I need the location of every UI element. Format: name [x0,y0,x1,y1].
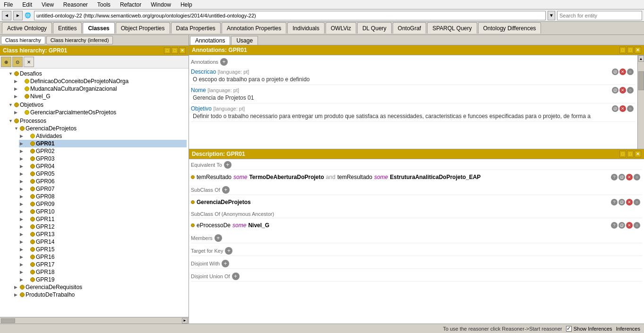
equiv-add-button[interactable]: + [224,161,232,169]
tab-annotations[interactable]: Annotations [190,36,230,45]
hscroll-right[interactable]: ► [182,318,188,324]
anno-x-objetivo[interactable]: ✕ [619,105,626,112]
tree-row-mudanca[interactable]: ▶ MudancaNaCulturaOrganizacional [13,85,187,93]
tree-row-atividades[interactable]: ▶ Atividades [19,132,187,140]
tree-row-gpr15[interactable]: ▶GPR15 [19,246,187,253]
search-input[interactable] [557,11,642,20]
tree-row-produto[interactable]: ▶ ProdutoDeTrabalho [13,291,187,299]
anno-at-nome[interactable]: @ [612,87,618,94]
url-input[interactable] [34,11,546,20]
anno-scroll-thumb[interactable] [638,71,644,90]
tab-ontology-differences[interactable]: Ontology Differences [478,22,541,34]
tree-row-gerencia-projetos[interactable]: ▼ GerenciaDeProjetos [13,125,187,132]
tree-row-gpr16[interactable]: ▶GPR16 [19,253,187,261]
anon-q-btn[interactable]: ? [611,222,618,229]
anno-check-nome[interactable]: ○ [627,87,634,94]
tab-usage[interactable]: Usage [231,36,258,45]
anno-scroll-up[interactable]: ▲ [638,55,644,62]
desc-header-icon-2[interactable]: □ [627,151,634,157]
anon-check-btn[interactable]: ○ [634,222,640,229]
tree-row-gpr07[interactable]: ▶GPR07 [19,185,187,193]
tab-active-ontology[interactable]: Active Ontology [2,22,52,34]
tree-row-gpr11[interactable]: ▶GPR11 [19,215,187,223]
menu-help[interactable]: Help [179,1,194,8]
tab-owlviz[interactable]: OWLViz [326,22,356,34]
subclass-add-button[interactable]: + [222,186,230,194]
menu-file[interactable]: File [2,1,15,8]
tree-row-gpr19[interactable]: ▶GPR19 [19,276,187,283]
tree-row-objetivos[interactable]: ▼ Objetivos [8,101,187,109]
tree-row-gpr02[interactable]: ▶ GPR02 [19,147,187,155]
header-icon-2[interactable]: □ [172,47,178,54]
tab-data-properties[interactable]: Data Properties [171,22,221,34]
url-dropdown[interactable]: ▼ [548,11,555,20]
tree-row-gpr13[interactable]: ▶GPR13 [19,231,187,238]
menu-reasoner[interactable]: Reasoner [61,1,90,8]
tree-row-gerencia-requisitos[interactable]: ▶ GerenciaDeRequisitos [13,283,187,291]
anno-at-descricao[interactable]: @ [612,68,618,75]
tab-entities[interactable]: Entities [53,22,82,34]
toolbar-btn-1[interactable]: ⊕ [1,57,11,67]
menu-window[interactable]: Window [149,1,173,8]
annotations-add-button[interactable]: + [220,58,228,66]
hscroll-thumb[interactable] [1,318,15,323]
anno-x-descricao[interactable]: ✕ [619,68,626,75]
hier-tab-class[interactable]: Class hierarchy [1,36,45,44]
disjoint-with-add-button[interactable]: + [222,260,229,267]
tree-row-desafios[interactable]: ▼ Desafios [8,70,187,77]
anon-x-btn[interactable]: ✕ [626,222,633,229]
desc-header-icon-3[interactable]: ✕ [635,151,641,157]
tab-dl-query[interactable]: DL Query [357,22,392,34]
hier-tab-inferred[interactable]: Class hierarchy (inferred) [46,36,113,44]
anno-header-icon-3[interactable]: ✕ [635,47,641,53]
tree-row-gerenciar[interactable]: ▶ GerenciarParcialmenteOsProjetos [13,109,187,116]
menu-tools[interactable]: Tools [95,1,112,8]
tree-row-nivel-g[interactable]: ▶ Nivel_G [13,93,187,100]
toolbar-btn-2[interactable]: ⊙ [12,57,23,67]
header-icon-1[interactable]: □ [164,47,171,54]
tree-row-gpr09[interactable]: ▶GPR09 [19,200,187,208]
tab-object-properties[interactable]: Object Properties [116,22,170,34]
subclass-check-btn[interactable]: ○ [634,199,640,205]
tab-individuals[interactable]: Individuals [287,22,325,34]
anno-x-nome[interactable]: ✕ [619,87,626,94]
subclass-at-btn[interactable]: @ [618,199,625,205]
tree-row-gpr14[interactable]: ▶GPR14 [19,238,187,246]
anno-header-icon-2[interactable]: □ [627,47,634,53]
equiv-x-btn[interactable]: ✕ [626,174,633,180]
show-inferences-checkbox[interactable]: ✓ [566,326,572,332]
back-button[interactable]: ◄ [2,11,11,20]
tree-row-gpr05[interactable]: ▶GPR05 [19,170,187,178]
menu-edit[interactable]: Edit [20,1,34,8]
tree-row-gpr04[interactable]: ▶GPR04 [19,162,187,170]
menu-view[interactable]: View [40,1,56,8]
tree-row-gpr17[interactable]: ▶GPR17 [19,261,187,268]
toolbar-btn-3[interactable]: ✕ [24,57,34,67]
tab-ontograf[interactable]: OntoGraf [393,22,426,34]
anno-at-objetivo[interactable]: @ [612,105,618,112]
anno-check-descricao[interactable]: ○ [627,68,634,75]
tree-row-processos[interactable]: ▼ Processos [8,117,187,125]
disjoint-union-add-button[interactable]: + [232,273,240,280]
menu-refactor[interactable]: Refactor [118,1,143,8]
tab-sparql-query[interactable]: SPARQL Query [427,22,477,34]
tree-row-gpr03[interactable]: ▶GPR03 [19,155,187,162]
anno-check-objetivo[interactable]: ○ [627,105,634,112]
tree-row-gpr01[interactable]: ▶ GPR01 [19,140,187,147]
anno-header-icon-1[interactable]: □ [619,47,626,53]
subclass-x-btn[interactable]: ✕ [626,199,633,205]
tree-row-gpr18[interactable]: ▶GPR18 [19,268,187,276]
members-add-button[interactable]: + [215,234,222,242]
header-icon-3[interactable]: ✕ [179,47,186,54]
tree-row-gpr06[interactable]: ▶GPR06 [19,178,187,185]
equiv-check-btn[interactable]: ○ [634,174,640,180]
equiv-q-btn[interactable]: ? [611,174,618,180]
tree-row-definicao[interactable]: ▶ DefinicaoDoConceitoDeProjetoNaOrga [13,77,187,85]
tree-hscrollbar[interactable]: ► [0,317,189,324]
tab-annotation-properties[interactable]: Annotation Properties [222,22,286,34]
tree-row-gpr08[interactable]: ▶GPR08 [19,193,187,200]
tab-classes[interactable]: Classes [83,22,114,34]
target-key-add-button[interactable]: + [225,247,232,255]
tree-row-gpr12[interactable]: ▶GPR12 [19,223,187,231]
anon-at-btn[interactable]: @ [618,222,625,229]
